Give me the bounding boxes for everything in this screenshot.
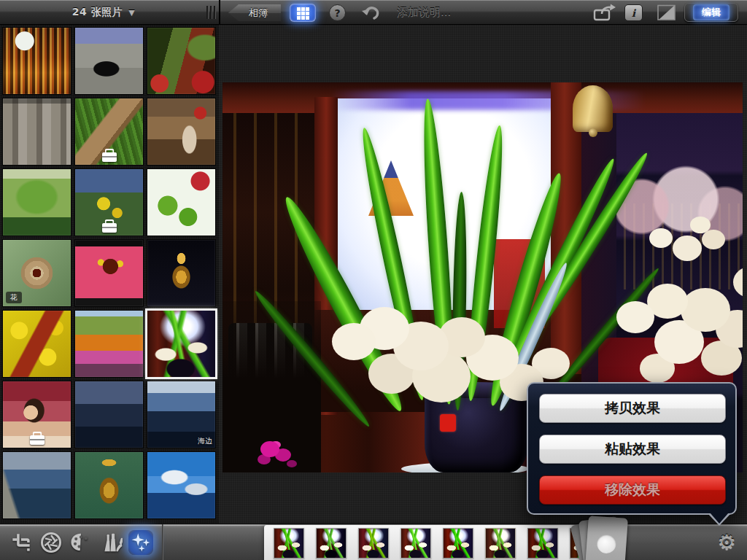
photo-thumbnail-building-facade[interactable]	[2, 98, 71, 166]
question-mark-icon: ?	[334, 7, 340, 19]
photo-count-dropdown[interactable]: 24 张照片 ▼	[0, 0, 207, 25]
effect-preview-thumb[interactable]	[274, 528, 304, 559]
photo-thumbnail-girl-cafe[interactable]	[2, 381, 71, 448]
effect-preview-thumb[interactable]	[443, 528, 473, 559]
photo-thumbnail-garden-window[interactable]	[74, 168, 144, 236]
photo-thumbnail-orchid-vase-selected[interactable]	[147, 310, 216, 378]
orchid-flower-cluster	[649, 228, 673, 248]
photo-thumbnail-mannequins[interactable]	[147, 98, 216, 166]
help-button[interactable]: ?	[329, 4, 346, 21]
photo-thumbnail-sky-towers[interactable]	[147, 451, 216, 519]
brushes-icon	[99, 532, 123, 553]
photo-thumbnail-sea-shore[interactable]	[2, 451, 71, 519]
photo-thumbnail-street-tree[interactable]	[147, 27, 216, 95]
edit-tools-group	[0, 524, 162, 560]
photo-thumbnail-dried-flower[interactable]: 花	[2, 239, 71, 307]
tools-divider	[162, 524, 163, 560]
photo-thumbnail-bar-bottles[interactable]	[2, 27, 71, 95]
photo-thumbnail-leaf-grass[interactable]	[74, 98, 144, 166]
photo-thumbnail-storm-sea[interactable]	[74, 381, 144, 448]
iphoto-app: 24 张照片 ▼ 相簿 ? 添加说明...	[0, 0, 747, 560]
effect-preview-thumb[interactable]	[527, 528, 558, 559]
effect-preview-thumb[interactable]	[358, 528, 389, 559]
aperture-icon	[40, 532, 62, 553]
brushes-tool-button[interactable]	[98, 530, 123, 555]
photo-pink-flower	[260, 441, 279, 457]
photo-thumbnail-yellow-mums[interactable]	[2, 310, 71, 378]
photo-vase-sticker	[440, 414, 456, 432]
edited-toolbox-badge	[102, 223, 117, 233]
remove-effect-button[interactable]: 移除效果	[539, 475, 726, 505]
exposure-tool-button[interactable]	[39, 530, 63, 555]
share-icon	[592, 4, 617, 22]
photo-thumbnail-flower-terraces[interactable]	[74, 310, 144, 378]
effect-preview-thumb[interactable]	[485, 528, 516, 559]
edit-button[interactable]: 编辑	[684, 3, 738, 22]
thumbnail-caption: 海边	[147, 436, 212, 446]
color-tool-button[interactable]	[69, 530, 93, 555]
chevron-down-icon: ▼	[128, 8, 135, 18]
crop-icon	[11, 532, 31, 553]
photo-brass-bell	[573, 85, 613, 132]
effect-preview-thumb[interactable]	[316, 528, 347, 559]
settings-gear-button[interactable]: ⚙	[713, 529, 740, 555]
info-button[interactable]: i	[624, 4, 643, 21]
bottom-toolbar: ⚙	[0, 524, 747, 560]
share-button[interactable]	[592, 4, 617, 22]
thumbnail-grid: 花海边	[2, 27, 217, 519]
top-toolbar: 24 张照片 ▼ 相簿 ? 添加说明...	[0, 0, 747, 25]
effects-context-popover: 拷贝效果 粘贴效果 移除效果	[527, 382, 737, 515]
undo-button[interactable]	[360, 4, 382, 22]
paste-effect-button[interactable]: 粘贴效果	[539, 435, 726, 464]
photo-vase	[425, 386, 528, 472]
undo-arrow-icon	[360, 4, 382, 22]
effect-preview-thumb[interactable]	[400, 528, 431, 559]
edited-toolbox-badge	[30, 435, 44, 445]
show-original-button[interactable]	[655, 4, 677, 22]
grid-icon	[297, 7, 301, 11]
crop-tool-button[interactable]	[9, 530, 34, 555]
photo-thumbnail-sea-clouds[interactable]: 海边	[147, 381, 216, 448]
photo-thumbnail-pink-flower[interactable]	[74, 239, 144, 307]
palette-icon	[69, 532, 93, 553]
effect-fan-handle[interactable]	[576, 516, 635, 560]
effects-tool-button[interactable]	[128, 530, 153, 555]
photo-thumbnail-night-building[interactable]	[147, 239, 216, 307]
orchid-flower-cluster	[616, 301, 654, 333]
thumbnail-grid-toggle-button[interactable]	[290, 4, 316, 22]
photo-thumbnail-samurai-armor[interactable]	[74, 451, 144, 519]
fan-card	[584, 516, 628, 560]
photo-thumbnail-red-green-leaves[interactable]	[147, 168, 216, 236]
edit-button-label: 编辑	[693, 4, 729, 20]
tag-badge: 花	[6, 292, 22, 303]
toolbar-divider	[219, 0, 220, 25]
albums-back-button[interactable]: 相簿	[228, 4, 281, 21]
gear-icon: ⚙	[717, 530, 735, 554]
sidebar-resize-grip[interactable]	[206, 6, 217, 19]
popover-arrow	[710, 513, 729, 524]
caption-input[interactable]: 添加说明...	[397, 0, 451, 25]
photo-count-label: 24 张照片	[72, 6, 123, 19]
photo-thumbnail-blackbird[interactable]	[74, 27, 144, 95]
photo-thumbnail-sidebar: 花海边	[0, 25, 219, 524]
edited-toolbox-badge	[102, 152, 117, 162]
caption-placeholder: 添加说明...	[397, 6, 451, 20]
sparkles-icon	[130, 532, 152, 553]
copy-effect-button[interactable]: 拷贝效果	[539, 394, 726, 423]
fan-thumb-hole	[597, 534, 617, 554]
info-icon: i	[632, 7, 635, 19]
orchid-flower-cluster	[332, 323, 376, 360]
compare-original-icon	[655, 4, 677, 22]
photo-thumbnail-green-tree[interactable]	[2, 168, 71, 236]
